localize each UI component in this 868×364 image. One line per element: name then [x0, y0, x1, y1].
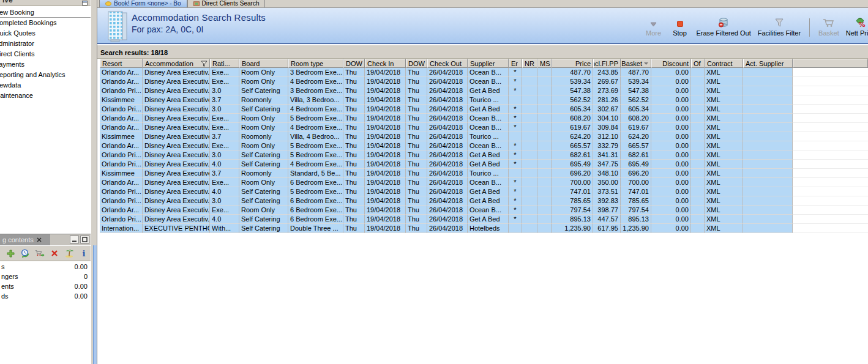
stop-button[interactable]: Stop [670, 17, 690, 37]
cell-of [691, 86, 705, 95]
delete-icon[interactable] [50, 248, 59, 258]
cell-er: * [509, 215, 522, 224]
table-row[interactable]: Orlando Pri...Disney Area Executiv...3.0… [100, 150, 868, 160]
pin-window-icon[interactable] [82, 1, 88, 6]
column-header-ms[interactable]: MS [537, 59, 552, 68]
cell-contract: XML [705, 187, 743, 196]
cell-rating: Exe... [210, 68, 239, 77]
cell-dow_in: Thu [343, 68, 365, 77]
cell-check_in: 19/04/2018 [365, 187, 406, 196]
cell-price: 700.00 [552, 178, 593, 187]
tab-direct-clients-search[interactable]: Direct Clients Search [187, 0, 266, 7]
palm-tree-icon[interactable] [64, 248, 74, 258]
erase-filtered-out-icon [718, 17, 729, 28]
column-header-er[interactable]: Er [509, 59, 522, 68]
sidebar-item-direct-clients[interactable]: Direct Clients [0, 49, 91, 59]
cell-act_supplier [743, 132, 793, 141]
table-row[interactable]: KissimmeeDisney Area Executive3.7Roomonl… [100, 132, 868, 141]
tab-book-form-none-bo[interactable]: Book! Form <none> - Bo [99, 0, 187, 7]
grid-body: Orlando Ar...Disney Area Executiv...Exe.… [100, 68, 868, 233]
column-header-supplier[interactable]: Supplier [468, 59, 509, 68]
maximize-icon[interactable] [80, 236, 89, 243]
column-header-nr[interactable]: NR [522, 59, 537, 68]
table-row[interactable]: KissimmeeDisney Area Executive3.7Roomonl… [100, 95, 868, 105]
cell-room_type: 4 Bedroom Exe... [288, 105, 343, 114]
sort-desc-icon [643, 62, 649, 65]
cell-of [691, 187, 705, 196]
column-header-check-in[interactable]: Check In [365, 59, 406, 68]
minimize-icon[interactable] [70, 236, 79, 243]
table-row[interactable]: Orlando Ar...Disney Area Executiv...Exe.… [100, 114, 868, 123]
column-header-rati[interactable]: Rati... [210, 59, 239, 68]
column-header-of[interactable]: Of [691, 59, 705, 68]
facilities-filter-button[interactable]: Facilities Filter [758, 17, 801, 37]
column-header-accommodation[interactable]: Accommodation [143, 59, 210, 68]
summary-row-value: 0.00 [75, 283, 88, 292]
info-icon[interactable]: i [79, 248, 89, 258]
table-row[interactable]: Orlando Ar...Disney Area Executiv...Exe.… [100, 178, 868, 187]
table-row[interactable]: Orlando Ar...Disney Area Executiv...Exe.… [100, 141, 868, 150]
basket-button[interactable]: Basket [818, 17, 839, 37]
column-header-incl-fl-pp[interactable]: Incl.Fl.PP [593, 59, 621, 68]
cell-er: * [509, 86, 522, 95]
column-header-price[interactable]: Price [552, 59, 593, 68]
cell-accommodation: Disney Area Executiv... [143, 178, 210, 187]
cell-incl_fl_pp: 348.10 [593, 169, 621, 178]
cell-resort: Orlando Pri... [100, 86, 143, 95]
more-button[interactable]: More [644, 17, 664, 37]
sidebar-item-new-booking[interactable]: New Booking [0, 7, 91, 18]
table-row[interactable]: Orlando Ar...Disney Area Executiv...Exe.… [100, 77, 868, 86]
close-icon[interactable] [37, 237, 42, 242]
sidebar-item-reporting-and-analytics[interactable]: Reporting and Analytics [0, 70, 91, 80]
cart-transfer-icon[interactable] [35, 248, 45, 258]
document-tabstrip: Book! Form <none> - BoDirect Clients Sea… [97, 0, 868, 8]
column-header-basket[interactable]: Basket [621, 59, 651, 68]
sidebar-item-quick-quotes[interactable]: Quick Quotes [0, 28, 91, 39]
cell-basket: 797.54 [621, 206, 651, 215]
cell-basket: 1,235.90 [621, 224, 651, 233]
table-row[interactable]: Orlando Ar...Disney Area Executiv...Exe.… [100, 68, 868, 77]
table-row[interactable]: Orlando Ar...Disney Area Executiv...Exe.… [100, 123, 868, 132]
nett-price-button[interactable]: %Nett Price [846, 17, 868, 37]
cell-filler [793, 77, 868, 86]
booking-contents-tab[interactable]: g contents [0, 234, 50, 245]
column-header-room-type[interactable]: Room type [288, 59, 343, 68]
cell-er: * [509, 68, 522, 77]
column-header-resort[interactable]: Resort [100, 59, 143, 68]
table-row[interactable]: Orlando Pri...Disney Area Executiv...3.0… [100, 105, 868, 114]
cell-incl_fl_pp: 309.84 [593, 123, 621, 132]
cell-er: * [509, 160, 522, 169]
cell-incl_fl_pp: 373.51 [593, 187, 621, 196]
sidebar-item-newdata[interactable]: Newdata [0, 80, 91, 91]
column-header-dow[interactable]: DOW [406, 59, 427, 68]
erase-filtered-out-button[interactable]: Erase Filtered Out [697, 17, 751, 37]
cell-room_type: 5 Bedroom Exe... [288, 114, 343, 123]
table-row[interactable]: Orlando Ar...Disney Area Executiv...Exe.… [100, 206, 868, 215]
table-row[interactable]: Internation...EXECUTIVE PENTHO...With...… [100, 224, 868, 233]
table-row[interactable]: Orlando Pri...Disney Area Executiv...4.0… [100, 187, 868, 196]
column-header-dow[interactable]: DOW [343, 59, 365, 68]
cell-ms [537, 123, 552, 132]
sidebar-item-maintenance[interactable]: Maintenance [0, 91, 91, 101]
cell-accommodation: Disney Area Executiv... [143, 114, 210, 123]
add-icon[interactable] [6, 248, 15, 258]
cell-accommodation: Disney Area Executiv... [143, 196, 210, 206]
sidebar-item-administrator[interactable]: Administrator [0, 39, 91, 49]
cell-contract: XML [705, 123, 743, 132]
column-header-check-out[interactable]: Check Out [427, 59, 468, 68]
refresh-clock-icon[interactable] [20, 248, 30, 258]
table-row[interactable]: Orlando Pri...Disney Area Executiv...3.0… [100, 86, 868, 95]
column-header-discount[interactable]: Discount [651, 59, 691, 68]
table-row[interactable]: KissimmeeDisney Area Executive3.7Roomonl… [100, 169, 868, 178]
sidebar-item-completed-bookings[interactable]: Completed Bookings [0, 18, 91, 28]
table-row[interactable]: Orlando Pri...Disney Area Executiv...3.0… [100, 196, 868, 206]
table-row[interactable]: Orlando Pri...Disney Area Executiv...4.0… [100, 215, 868, 224]
cell-basket: 665.57 [621, 141, 651, 150]
cell-rating: Exe... [210, 123, 239, 132]
column-header-board[interactable]: Board [239, 59, 288, 68]
table-row[interactable]: Orlando Pri...Disney Area Executiv...4.0… [100, 160, 868, 169]
cell-check_out: 26/04/2018 [427, 224, 468, 233]
column-header-contract[interactable]: Contract [705, 59, 743, 68]
sidebar-item-payments[interactable]: Payments [0, 59, 91, 70]
column-header-act-supplier[interactable]: Act. Supplier [743, 59, 793, 68]
